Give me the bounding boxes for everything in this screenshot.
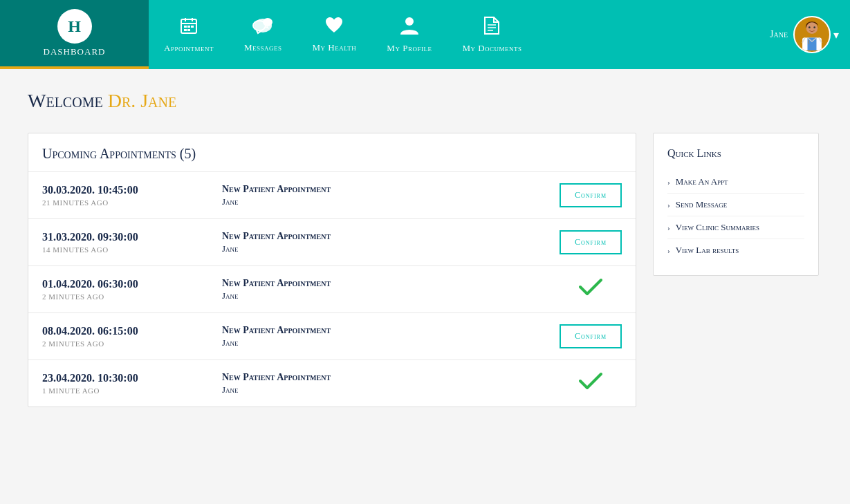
appt-ago-5: 1 minute ago bbox=[42, 386, 222, 395]
dropdown-chevron-icon: ▾ bbox=[833, 28, 839, 41]
quick-link-label-4: View Lab results bbox=[676, 245, 739, 256]
appointments-title: Upcoming Appointments (5) bbox=[28, 133, 636, 171]
quick-links-card: Quick Links › Make An Appt › Send Messag… bbox=[653, 133, 819, 276]
appt-patient-4: Jane bbox=[222, 337, 560, 348]
svg-point-18 bbox=[809, 26, 811, 28]
my-profile-icon bbox=[400, 16, 418, 40]
username-label: Jane bbox=[770, 29, 788, 40]
appointments-card: Upcoming Appointments (5) 30.03.2020. 10… bbox=[28, 133, 636, 407]
svg-point-19 bbox=[813, 26, 815, 28]
appt-date-2: 31.03.2020. 09:30:00 bbox=[42, 231, 222, 243]
quick-link-make-appt[interactable]: › Make An Appt bbox=[667, 171, 804, 194]
quick-link-label-1: Make An Appt bbox=[676, 176, 728, 187]
appt-type-1: New Patient Appointment Jane bbox=[222, 184, 560, 207]
appt-datetime-4: 08.04.2020. 06:15:00 2 minutes ago bbox=[42, 325, 222, 348]
appt-date-4: 08.04.2020. 06:15:00 bbox=[42, 325, 222, 337]
welcome-heading: Welcome Dr. Jane bbox=[28, 90, 822, 112]
nav-items: Appointment Messages My Health bbox=[149, 0, 770, 69]
svg-rect-5 bbox=[187, 26, 190, 28]
arrow-icon-2: › bbox=[667, 200, 670, 209]
quick-links-title: Quick Links bbox=[667, 147, 804, 160]
quick-link-view-lab[interactable]: › View Lab results bbox=[667, 239, 804, 261]
content-row: Upcoming Appointments (5) 30.03.2020. 10… bbox=[28, 133, 822, 407]
quick-link-send-message[interactable]: › Send Message bbox=[667, 194, 804, 216]
svg-rect-8 bbox=[187, 29, 190, 31]
appt-type-label-5: New Patient Appointment bbox=[222, 372, 560, 383]
appt-type-2: New Patient Appointment Jane bbox=[222, 231, 560, 254]
brand-logo[interactable]: H Dashboard bbox=[0, 0, 149, 69]
appt-type-label-3: New Patient Appointment bbox=[222, 278, 560, 289]
table-row: 23.04.2020. 10:30:00 1 minute ago New Pa… bbox=[28, 360, 636, 407]
appt-datetime-3: 01.04.2020. 06:30:00 2 minutes ago bbox=[42, 278, 222, 301]
nav-item-appointment[interactable]: Appointment bbox=[149, 0, 229, 69]
appt-type-4: New Patient Appointment Jane bbox=[222, 325, 560, 348]
appt-patient-1: Jane bbox=[222, 196, 560, 207]
appt-datetime-1: 30.03.2020. 10:45:00 21 minutes ago bbox=[42, 184, 222, 207]
nav-label-my-health: My Health bbox=[312, 42, 356, 53]
confirmed-checkmark-3 bbox=[560, 277, 622, 301]
main-content: Welcome Dr. Jane Upcoming Appointments (… bbox=[0, 69, 850, 504]
confirm-button-2[interactable]: Confirm bbox=[560, 230, 622, 254]
my-health-icon bbox=[324, 17, 344, 39]
svg-point-12 bbox=[405, 17, 414, 26]
quick-link-label-2: Send Message bbox=[676, 199, 728, 210]
avatar bbox=[793, 16, 831, 53]
appt-type-label-1: New Patient Appointment bbox=[222, 184, 560, 195]
appt-date-3: 01.04.2020. 06:30:00 bbox=[42, 278, 222, 290]
appt-ago-3: 2 minutes ago bbox=[42, 292, 222, 301]
table-row: 30.03.2020. 10:45:00 21 minutes ago New … bbox=[28, 171, 636, 218]
brand-label: Dashboard bbox=[44, 46, 106, 57]
quick-link-view-clinic[interactable]: › View Clinic Summaries bbox=[667, 216, 804, 239]
arrow-icon-3: › bbox=[667, 223, 670, 232]
appt-date-5: 23.04.2020. 10:30:00 bbox=[42, 372, 222, 384]
appt-ago-4: 2 minutes ago bbox=[42, 339, 222, 348]
confirm-button-4[interactable]: Confirm bbox=[560, 324, 622, 348]
svg-rect-4 bbox=[184, 26, 187, 28]
svg-rect-7 bbox=[184, 29, 187, 31]
appointment-icon bbox=[179, 16, 198, 40]
nav-item-my-documents[interactable]: My Documents bbox=[447, 0, 537, 69]
appt-datetime-2: 31.03.2020. 09:30:00 14 minutes ago bbox=[42, 231, 222, 254]
doctor-name: Dr. Jane bbox=[108, 90, 177, 111]
table-row: 31.03.2020. 09:30:00 14 minutes ago New … bbox=[28, 218, 636, 265]
nav-item-my-profile[interactable]: My Profile bbox=[371, 0, 447, 69]
appt-patient-2: Jane bbox=[222, 243, 560, 254]
table-row: 01.04.2020. 06:30:00 2 minutes ago New P… bbox=[28, 265, 636, 312]
navigation: H Dashboard Appointment bbox=[0, 0, 850, 69]
appt-type-label-4: New Patient Appointment bbox=[222, 325, 560, 336]
user-menu[interactable]: Jane bbox=[770, 16, 839, 53]
confirm-button-1[interactable]: Confirm bbox=[560, 183, 622, 207]
nav-label-my-documents: My Documents bbox=[462, 43, 521, 54]
appt-ago-2: 14 minutes ago bbox=[42, 245, 222, 254]
svg-point-17 bbox=[806, 22, 818, 34]
nav-item-my-health[interactable]: My Health bbox=[297, 0, 371, 69]
appt-ago-1: 21 minutes ago bbox=[42, 198, 222, 207]
messages-icon bbox=[252, 17, 273, 39]
arrow-icon-1: › bbox=[667, 178, 670, 186]
appt-patient-5: Jane bbox=[222, 384, 560, 395]
appt-patient-3: Jane bbox=[222, 290, 560, 301]
table-row: 08.04.2020. 06:15:00 2 minutes ago New P… bbox=[28, 312, 636, 360]
brand-letter-icon: H bbox=[57, 9, 92, 44]
appt-type-3: New Patient Appointment Jane bbox=[222, 278, 560, 301]
my-documents-icon bbox=[483, 16, 500, 40]
nav-label-appointment: Appointment bbox=[164, 43, 214, 54]
quick-link-label-3: View Clinic Summaries bbox=[676, 222, 759, 233]
appt-type-label-2: New Patient Appointment bbox=[222, 231, 560, 242]
nav-item-messages[interactable]: Messages bbox=[229, 0, 297, 69]
arrow-icon-4: › bbox=[667, 246, 670, 254]
appt-type-5: New Patient Appointment Jane bbox=[222, 372, 560, 395]
appt-date-1: 30.03.2020. 10:45:00 bbox=[42, 184, 222, 196]
nav-label-messages: Messages bbox=[244, 42, 282, 53]
confirmed-checkmark-5 bbox=[560, 371, 622, 395]
nav-label-my-profile: My Profile bbox=[387, 43, 432, 54]
appt-datetime-5: 23.04.2020. 10:30:00 1 minute ago bbox=[42, 372, 222, 395]
svg-rect-6 bbox=[191, 26, 194, 28]
